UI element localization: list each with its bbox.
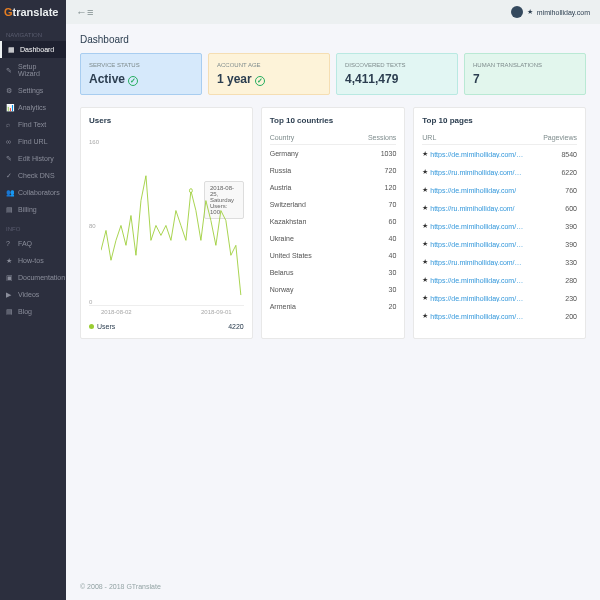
nav-icon: ✎: [6, 67, 13, 74]
check-icon: ✓: [128, 76, 138, 86]
nav-item-how-tos[interactable]: ★How-tos: [0, 252, 66, 269]
table-row: Armenia20: [270, 298, 397, 315]
table-row: ★https://de.mimiholliday.com/Sammlungen/…: [422, 271, 577, 289]
star-icon[interactable]: ★: [422, 312, 428, 319]
table-row: ★https://de.mimiholliday.com/Sammlungen/…: [422, 289, 577, 307]
logo: Gtranslate: [0, 0, 66, 24]
nav-item-faq[interactable]: ?FAQ: [0, 235, 66, 252]
table-row: ★https://ru.mimiholliday.com/600: [422, 199, 577, 217]
table-row: ★https://ru.mimiholliday.com/Kоллекции/в…: [422, 253, 577, 271]
menu-toggle-icon[interactable]: ←≡: [76, 6, 93, 18]
star-icon[interactable]: ★: [422, 240, 428, 247]
table-row: ★https://de.mimiholliday.com/9483236/dig…: [422, 145, 577, 164]
user-menu[interactable]: ★ mimiholliday.com: [511, 6, 590, 18]
nav-item-dashboard[interactable]: ▦Dashboard: [0, 41, 66, 58]
nav-item-edit-history[interactable]: ✎Edit History: [0, 150, 66, 167]
page-title: Dashboard: [80, 34, 586, 45]
avatar: [511, 6, 523, 18]
nav-section-info: Info: [0, 218, 66, 235]
nav-item-check-dns[interactable]: ✓Check DNS: [0, 167, 66, 184]
nav-icon: ▤: [6, 308, 13, 315]
card-human-translations: Human Translations 7: [464, 53, 586, 95]
star-icon[interactable]: ★: [422, 150, 428, 157]
card-account-age: Account Age 1 year✓: [208, 53, 330, 95]
nav-icon: ?: [6, 240, 13, 247]
nav-icon: ∞: [6, 138, 13, 145]
nav-item-find-url[interactable]: ∞Find URL: [0, 133, 66, 150]
panel-top-countries: Top 10 countries CountrySessionsGermany1…: [261, 107, 406, 339]
nav-item-setup-wizard[interactable]: ✎Setup Wizard: [0, 58, 66, 82]
table-row: Norway30: [270, 281, 397, 298]
table-row: ★https://de.mimiholliday.com/760: [422, 181, 577, 199]
nav-item-analytics[interactable]: 📊Analytics: [0, 99, 66, 116]
card-discovered-texts: Discovered Texts 4,411,479: [336, 53, 458, 95]
star-icon[interactable]: ★: [422, 222, 428, 229]
nav-item-collaborators[interactable]: 👥Collaborators: [0, 184, 66, 201]
table-row: Kazakhstan60: [270, 213, 397, 230]
table-row: Ukraine40: [270, 230, 397, 247]
users-total: 4220: [228, 323, 244, 330]
check-icon: ✓: [255, 76, 265, 86]
table-row: Switzerland70: [270, 196, 397, 213]
nav-icon: ★: [6, 257, 13, 264]
nav-item-videos[interactable]: ▶Videos: [0, 286, 66, 303]
table-row: Belarus30: [270, 264, 397, 281]
nav-icon: ▤: [6, 206, 13, 213]
nav-icon: 📊: [6, 104, 13, 111]
star-icon: ★: [527, 8, 533, 16]
star-icon[interactable]: ★: [422, 294, 428, 301]
table-row: ★https://de.mimiholliday.com/Sammlungen/…: [422, 307, 577, 325]
card-service-status: Service Status Active✓: [80, 53, 202, 95]
table-row: Germany1030: [270, 145, 397, 163]
topbar: ←≡ ★ mimiholliday.com: [66, 0, 600, 24]
nav-icon: ▦: [8, 46, 15, 53]
nav-item-settings[interactable]: ⚙Settings: [0, 82, 66, 99]
panel-users: Users 160 80 0 2018-08-25, Saturday User…: [80, 107, 253, 339]
footer: © 2008 - 2018 GTranslate: [66, 573, 600, 600]
table-row: Austria120: [270, 179, 397, 196]
star-icon[interactable]: ★: [422, 186, 428, 193]
table-row: Russia720: [270, 162, 397, 179]
table-row: ★https://ru.mimiholliday.com/9483236/dig…: [422, 163, 577, 181]
nav-item-documentation[interactable]: ▣Documentation: [0, 269, 66, 286]
nav-icon: ▣: [6, 274, 13, 281]
user-domain: mimiholliday.com: [537, 9, 590, 16]
nav-icon: 👥: [6, 189, 13, 196]
nav-item-billing[interactable]: ▤Billing: [0, 201, 66, 218]
star-icon[interactable]: ★: [422, 168, 428, 175]
nav-icon: ⚙: [6, 87, 13, 94]
svg-point-0: [189, 189, 192, 193]
table-row: ★https://de.mimiholliday.com/Sammlungen/…: [422, 235, 577, 253]
nav-icon: ▶: [6, 291, 13, 298]
nav-item-find-text[interactable]: ⌕Find Text: [0, 116, 66, 133]
nav-item-blog[interactable]: ▤Blog: [0, 303, 66, 320]
table-row: United States40: [270, 247, 397, 264]
panel-top-pages: Top 10 pages URLPageviews★https://de.mim…: [413, 107, 586, 339]
nav-section-navigation: Navigation: [0, 24, 66, 41]
star-icon[interactable]: ★: [422, 258, 428, 265]
legend-users: Users: [89, 323, 115, 330]
star-icon[interactable]: ★: [422, 204, 428, 211]
nav-icon: ✓: [6, 172, 13, 179]
nav-icon: ✎: [6, 155, 13, 162]
users-chart: 160 80 0 2018-08-25, Saturday Users: 100: [89, 131, 244, 306]
table-row: ★https://de.mimiholliday.com/Sammlungen/…: [422, 217, 577, 235]
nav-icon: ⌕: [6, 121, 13, 128]
star-icon[interactable]: ★: [422, 276, 428, 283]
